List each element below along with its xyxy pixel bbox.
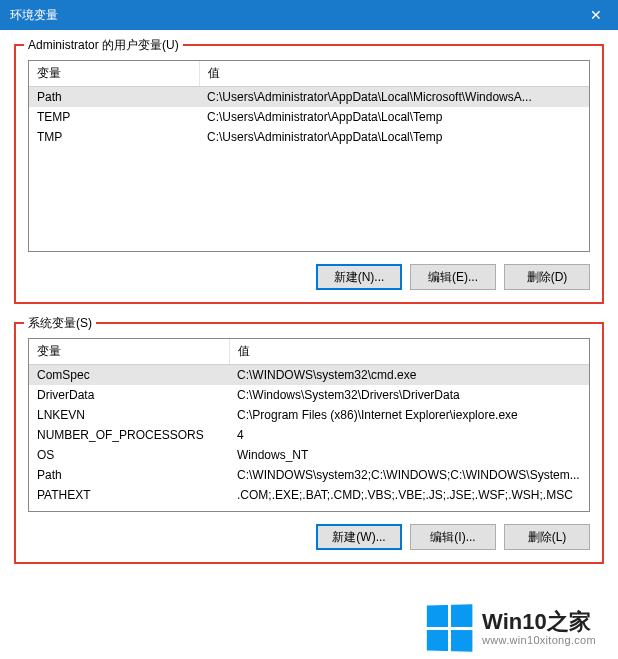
cell-value: C:\Windows\System32\Drivers\DriverData [229, 385, 589, 405]
close-button[interactable]: ✕ [573, 0, 618, 30]
cell-variable: Path [29, 87, 199, 108]
system-variables-scroll[interactable]: 变量 值 ComSpecC:\WINDOWS\system32\cmd.exeD… [29, 339, 589, 511]
user-edit-button[interactable]: 编辑(E)... [410, 264, 496, 290]
user-variables-group: Administrator 的用户变量(U) 变量 值 PathC:\Users… [14, 44, 604, 304]
user-buttons-row: 新建(N)... 编辑(E)... 删除(D) [28, 264, 590, 290]
system-new-button[interactable]: 新建(W)... [316, 524, 402, 550]
table-row[interactable]: TEMPC:\Users\Administrator\AppData\Local… [29, 107, 589, 127]
cell-variable: OS [29, 445, 229, 465]
table-row[interactable]: DriverDataC:\Windows\System32\Drivers\Dr… [29, 385, 589, 405]
window-title: 环境变量 [10, 7, 58, 24]
system-header-variable[interactable]: 变量 [29, 339, 229, 365]
user-variables-legend: Administrator 的用户变量(U) [24, 37, 183, 54]
cell-value: C:\Users\Administrator\AppData\Local\Tem… [199, 127, 589, 147]
table-row[interactable]: LNKEVNC:\Program Files (x86)\Internet Ex… [29, 405, 589, 425]
user-variables-scroll[interactable]: 变量 值 PathC:\Users\Administrator\AppData\… [29, 61, 589, 251]
system-variables-table-container: 变量 值 ComSpecC:\WINDOWS\system32\cmd.exeD… [28, 338, 590, 512]
windows-logo-icon [427, 604, 473, 651]
table-row[interactable]: TMPC:\Users\Administrator\AppData\Local\… [29, 127, 589, 147]
table-row[interactable]: PATHEXT.COM;.EXE;.BAT;.CMD;.VBS;.VBE;.JS… [29, 485, 589, 505]
watermark-url: www.win10xitong.com [482, 634, 596, 647]
system-variables-legend: 系统变量(S) [24, 315, 96, 332]
watermark-brand: Win10之家 [482, 609, 596, 634]
system-variables-group: 系统变量(S) 变量 值 ComSpecC:\WINDOWS\system32\… [14, 322, 604, 564]
cell-value: 4 [229, 425, 589, 445]
table-row[interactable]: OSWindows_NT [29, 445, 589, 465]
table-row[interactable]: ComSpecC:\WINDOWS\system32\cmd.exe [29, 365, 589, 386]
user-variables-table-container: 变量 值 PathC:\Users\Administrator\AppData\… [28, 60, 590, 252]
cell-value: .COM;.EXE;.BAT;.CMD;.VBS;.VBE;.JS;.JSE;.… [229, 485, 589, 505]
system-variables-table: 变量 值 ComSpecC:\WINDOWS\system32\cmd.exeD… [29, 339, 589, 505]
table-row[interactable]: PathC:\Users\Administrator\AppData\Local… [29, 87, 589, 108]
cell-value: Windows_NT [229, 445, 589, 465]
close-icon: ✕ [590, 7, 602, 23]
title-bar: 环境变量 ✕ [0, 0, 618, 30]
watermark-text: Win10之家 www.win10xitong.com [482, 609, 596, 647]
cell-value: C:\Program Files (x86)\Internet Explorer… [229, 405, 589, 425]
cell-variable: Path [29, 465, 229, 485]
cell-variable: NUMBER_OF_PROCESSORS [29, 425, 229, 445]
cell-value: C:\WINDOWS\system32\cmd.exe [229, 365, 589, 386]
cell-variable: LNKEVN [29, 405, 229, 425]
system-delete-button[interactable]: 删除(L) [504, 524, 590, 550]
user-delete-button[interactable]: 删除(D) [504, 264, 590, 290]
table-row[interactable]: NUMBER_OF_PROCESSORS4 [29, 425, 589, 445]
user-header-value[interactable]: 值 [199, 61, 589, 87]
cell-variable: TMP [29, 127, 199, 147]
user-header-variable[interactable]: 变量 [29, 61, 199, 87]
dialog-content: Administrator 的用户变量(U) 变量 值 PathC:\Users… [0, 30, 618, 592]
user-new-button[interactable]: 新建(N)... [316, 264, 402, 290]
cell-variable: PATHEXT [29, 485, 229, 505]
system-header-value[interactable]: 值 [229, 339, 589, 365]
table-row[interactable]: PathC:\WINDOWS\system32;C:\WINDOWS;C:\WI… [29, 465, 589, 485]
cell-variable: ComSpec [29, 365, 229, 386]
user-variables-table: 变量 值 PathC:\Users\Administrator\AppData\… [29, 61, 589, 147]
cell-variable: TEMP [29, 107, 199, 127]
cell-value: C:\WINDOWS\system32;C:\WINDOWS;C:\WINDOW… [229, 465, 589, 485]
system-buttons-row: 新建(W)... 编辑(I)... 删除(L) [28, 524, 590, 550]
system-edit-button[interactable]: 编辑(I)... [410, 524, 496, 550]
watermark: Win10之家 www.win10xitong.com [422, 603, 600, 653]
cell-value: C:\Users\Administrator\AppData\Local\Mic… [199, 87, 589, 108]
cell-variable: DriverData [29, 385, 229, 405]
cell-value: C:\Users\Administrator\AppData\Local\Tem… [199, 107, 589, 127]
